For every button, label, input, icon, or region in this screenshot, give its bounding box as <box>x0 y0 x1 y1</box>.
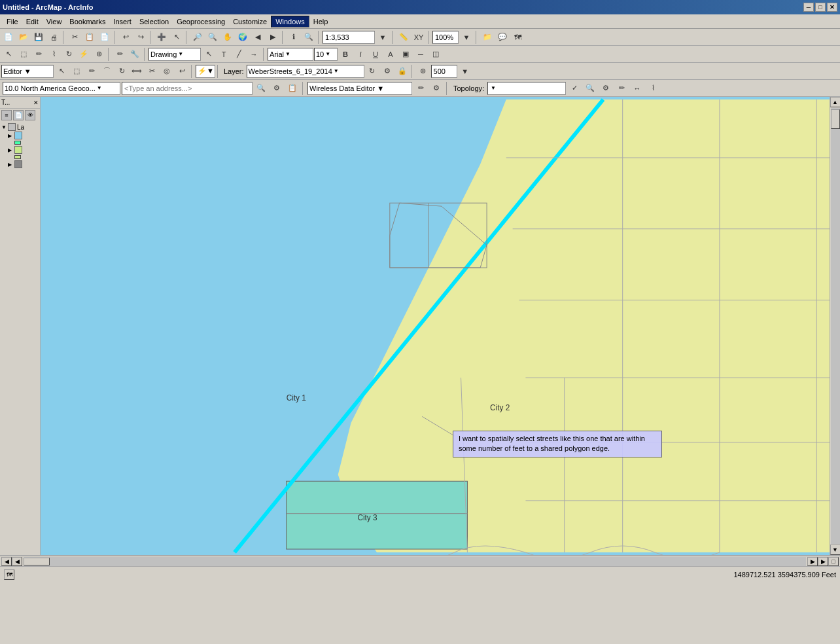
page-indicator-btn[interactable]: □ <box>828 557 839 566</box>
edit-arc-btn[interactable]: ⌒ <box>99 64 114 79</box>
scale-input[interactable] <box>323 31 375 44</box>
edit-pointer-btn[interactable]: ⬚ <box>69 64 84 79</box>
toc-list-icon[interactable]: ≡ <box>1 110 12 120</box>
horizontal-scrollbar[interactable]: ◀ ◀ ▶ ▶ □ <box>0 556 840 566</box>
menu-windows[interactable]: Windows <box>271 16 309 27</box>
wireless-settings-btn[interactable]: ⚙ <box>429 81 444 96</box>
edit-rotate-btn[interactable]: ↻ <box>114 64 129 79</box>
edit-select-btn[interactable]: ↖ <box>54 64 69 79</box>
arrow-tool[interactable]: → <box>247 47 261 62</box>
hscroll-prev-btn[interactable]: ◀ <box>12 557 22 566</box>
measure-btn[interactable]: 📏 <box>396 30 411 45</box>
save-btn[interactable]: 💾 <box>31 30 46 45</box>
geocode-settings-btn[interactable]: ⚙ <box>270 81 284 96</box>
redo-btn[interactable]: ↪ <box>133 30 148 45</box>
topo-validate-btn[interactable]: ✓ <box>567 81 582 96</box>
goto-xy-btn[interactable]: XY <box>411 30 426 45</box>
hscroll-left-btn[interactable]: ◀ <box>1 557 12 566</box>
zoom-pct-go[interactable]: ▼ <box>459 30 474 45</box>
toc-layer1[interactable]: ▶ <box>8 132 39 139</box>
cut-btn[interactable]: ✂ <box>67 30 82 45</box>
split-btn[interactable]: ⚡ <box>77 47 91 62</box>
snapping-btn[interactable]: 🔧 <box>128 47 142 62</box>
full-extent-btn[interactable]: 🌍 <box>236 30 250 45</box>
pan-btn[interactable]: ✋ <box>220 30 235 45</box>
hscroll-right-btn[interactable]: ▶ <box>818 557 828 566</box>
underline-btn[interactable]: U <box>368 47 383 62</box>
toc-close-btn[interactable]: ✕ <box>33 99 39 106</box>
italic-btn[interactable]: I <box>353 47 368 62</box>
menu-edit[interactable]: Edit <box>22 16 43 27</box>
drawing-dropdown[interactable]: Drawing▼ <box>149 48 201 61</box>
layout-btn[interactable]: 🗺 <box>510 30 525 45</box>
toc-layer3[interactable]: ▶ <box>8 160 39 168</box>
maximize-button[interactable]: □ <box>815 3 826 12</box>
line-tool[interactable]: ╱ <box>232 47 246 62</box>
layer-dropdown[interactable]: WeberStreets_6_19_2014▼ <box>247 65 364 78</box>
vscroll-thumb[interactable] <box>831 109 840 129</box>
edit-buffer-btn[interactable]: ◎ <box>160 64 174 79</box>
rotate-btn[interactable]: ↻ <box>61 47 76 62</box>
vscroll-down-btn[interactable]: ▼ <box>830 545 841 555</box>
status-map-btn[interactable]: 🗺 <box>4 569 14 580</box>
snap-go-btn[interactable]: ▼ <box>458 64 472 79</box>
toc-group-layer[interactable]: ▼ La <box>1 123 39 131</box>
shadow-btn[interactable]: ◫ <box>429 47 443 62</box>
pointer-btn[interactable]: ↖ <box>169 30 184 45</box>
topo-move-btn[interactable]: ↔ <box>630 81 644 96</box>
wireless-pencil-btn[interactable]: ✏ <box>413 81 428 96</box>
paste-btn[interactable]: 📄 <box>97 30 112 45</box>
font-size-dropdown[interactable]: 10▼ <box>314 48 338 61</box>
topo-edit-btn[interactable]: ✏ <box>614 81 629 96</box>
minimize-button[interactable]: ─ <box>803 3 814 12</box>
fill-color-btn[interactable]: ▣ <box>398 47 413 62</box>
menu-help[interactable]: Help <box>309 16 332 27</box>
find-btn[interactable]: 🔍 <box>302 30 316 45</box>
pointer-tool[interactable]: ↖ <box>201 47 216 62</box>
geocoder-dropdown[interactable]: 10.0 North America Geoco...▼ <box>3 82 120 95</box>
zoom-pct-input[interactable] <box>432 31 459 44</box>
vscroll-track[interactable] <box>831 108 840 544</box>
bold-btn[interactable]: B <box>338 47 353 62</box>
menu-insert[interactable]: Insert <box>109 16 135 27</box>
construct-pts-btn[interactable]: ⊕ <box>92 47 106 62</box>
menu-view[interactable]: View <box>43 16 66 27</box>
reshape-btn[interactable]: ⌇ <box>46 47 61 62</box>
edit-undo-btn[interactable]: ↩ <box>175 64 189 79</box>
undo-btn[interactable]: ↩ <box>118 30 133 45</box>
layer-lock-btn[interactable]: 🔒 <box>395 64 410 79</box>
menu-file[interactable]: File <box>3 16 22 27</box>
select-btn[interactable]: ↖ <box>1 47 16 62</box>
editor-dropdown[interactable]: Editor ▼ <box>1 65 54 78</box>
zoom-in-btn[interactable]: 🔎 <box>190 30 205 45</box>
map-tips-btn[interactable]: 💬 <box>495 30 510 45</box>
menu-customize[interactable]: Customize <box>229 16 271 27</box>
edit-split-btn[interactable]: ✂ <box>145 64 159 79</box>
text-tool[interactable]: T <box>217 47 231 62</box>
toc-layer2[interactable]: ▶ <box>8 146 39 154</box>
edit-mirror-btn[interactable]: ⟺ <box>130 64 144 79</box>
font-dropdown[interactable]: Arial▼ <box>268 48 313 61</box>
scale-go-btn[interactable]: ▼ <box>376 30 390 45</box>
geocode-table-btn[interactable]: 📋 <box>285 81 300 96</box>
prev-extent-btn[interactable]: ◀ <box>251 30 265 45</box>
vscroll-up-btn[interactable]: ▲ <box>830 97 841 107</box>
topo-tools-btn[interactable]: ⚙ <box>599 81 613 96</box>
snap-dropdown[interactable]: ⚡▼ <box>196 65 215 78</box>
font-color-btn[interactable]: A <box>383 47 398 62</box>
menu-bookmarks[interactable]: Bookmarks <box>65 16 109 27</box>
toc-source-icon[interactable]: 📄 <box>13 110 24 120</box>
next-extent-btn[interactable]: ▶ <box>266 30 280 45</box>
wireless-editor-dropdown[interactable]: Wireless Data Editor ▼ <box>307 82 412 95</box>
layer-refresh-btn[interactable]: ↻ <box>365 64 379 79</box>
vertical-scrollbar[interactable]: ▲ ▼ <box>830 97 840 555</box>
menu-selection[interactable]: Selection <box>135 16 173 27</box>
layer-settings-btn[interactable]: ⚙ <box>380 64 394 79</box>
snap-distance-input[interactable] <box>431 65 457 78</box>
map-canvas[interactable]: City 1 City 2 City 3 I want to spatially… <box>41 97 830 555</box>
address-input[interactable] <box>122 82 253 95</box>
topo-error-inspector-btn[interactable]: 🔍 <box>583 81 597 96</box>
geocode-go-btn[interactable]: 🔍 <box>254 81 268 96</box>
new-btn[interactable]: 📄 <box>1 30 16 45</box>
close-button[interactable]: ✕ <box>827 3 837 12</box>
